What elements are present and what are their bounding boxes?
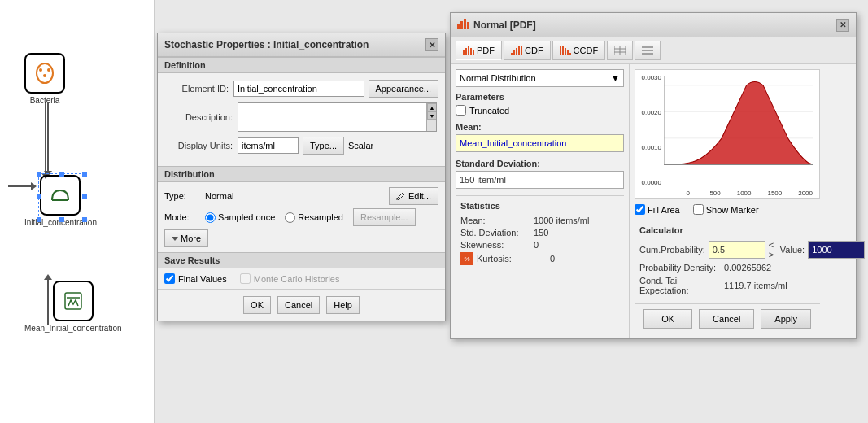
normal-title-bar: Normal [PDF] ✕ xyxy=(451,13,856,37)
monte-carlo-checkbox[interactable] xyxy=(240,273,251,284)
normal-title-icon xyxy=(457,18,470,32)
fill-area-checkbox[interactable] xyxy=(635,204,645,215)
cdf-tab[interactable]: CDF xyxy=(504,41,551,60)
sampled-once-radio[interactable]: Sampled once xyxy=(205,212,275,223)
save-results-header: Save Results xyxy=(158,252,445,268)
node-mean[interactable]: Mean_Initial_concentration xyxy=(24,281,122,333)
sampled-once-input[interactable] xyxy=(205,212,216,223)
fill-area-row: Fill Area Show Marker xyxy=(635,204,820,215)
arrow-symbol: <-> xyxy=(769,240,777,259)
show-marker-checkbox-label[interactable]: Show Marker xyxy=(693,204,759,215)
element-id-input[interactable] xyxy=(233,81,364,97)
truncated-label: Truncated xyxy=(469,106,509,116)
pdf-tab[interactable]: PDF xyxy=(456,41,502,60)
svg-rect-26 xyxy=(565,48,566,55)
node-initial[interactable]: Initial_concentration xyxy=(24,175,97,227)
pdf-icon xyxy=(463,46,474,55)
normal-close-btn[interactable]: ✕ xyxy=(836,19,849,32)
v-arrow xyxy=(47,102,49,173)
stochastic-title-bar: Stochastic Properties : Initial_concentr… xyxy=(158,33,445,57)
normal-btn-row: OK Cancel Apply xyxy=(635,303,820,334)
left-panel: Normal Distribution ▼ Parameters Truncat… xyxy=(451,64,630,338)
cum-prob-input[interactable] xyxy=(709,241,765,259)
ccdf-tab[interactable]: CCDF xyxy=(552,41,606,60)
cdf-icon xyxy=(511,46,522,55)
scroll-down-btn[interactable]: ▼ xyxy=(427,111,437,120)
value-input[interactable] xyxy=(808,241,865,259)
normal-cancel-btn[interactable]: Cancel xyxy=(699,309,754,329)
monte-carlo-checkbox-label[interactable]: Monte Carlo Histories xyxy=(240,273,340,284)
more-btn[interactable]: More xyxy=(164,229,208,247)
resampled-radio[interactable]: Resampled xyxy=(285,212,343,223)
show-marker-checkbox[interactable] xyxy=(693,204,704,215)
prob-density-value: 0.00265962 xyxy=(724,263,771,273)
cond-tail-label: Cond. Tail Expectation: xyxy=(639,276,721,295)
stochastic-help-btn[interactable]: Help xyxy=(326,296,360,314)
definition-header: Definition xyxy=(158,57,445,73)
svg-point-0 xyxy=(37,63,53,83)
distribution-dropdown[interactable]: Normal Distribution ▼ xyxy=(456,69,624,87)
description-row: Description: ▲ ▼ xyxy=(164,102,438,132)
type-btn[interactable]: Type... xyxy=(303,137,344,155)
appearance-btn[interactable]: Appearance... xyxy=(369,80,439,98)
stochastic-cancel-btn[interactable]: Cancel xyxy=(277,296,320,314)
svg-rect-11 xyxy=(460,21,463,29)
svg-rect-28 xyxy=(569,53,571,55)
distribution-content: Type: Normal Edit... Mode: Sampled once xyxy=(164,187,438,247)
scroll-up-btn[interactable]: ▲ xyxy=(427,103,437,111)
x-label-1500: 1500 xyxy=(756,190,782,197)
mean-param-label: Mean: xyxy=(456,122,624,132)
svg-rect-19 xyxy=(511,53,513,55)
display-units-input[interactable] xyxy=(238,137,299,154)
svg-rect-23 xyxy=(521,46,522,55)
svg-rect-12 xyxy=(464,19,466,29)
type-value: Normal xyxy=(205,191,233,201)
resample-btn[interactable]: Resample... xyxy=(353,208,416,226)
calculator-section: Calculator Cum.Probability: <-> Value: P… xyxy=(635,220,820,303)
y-label-0010: 0.0010 xyxy=(635,144,661,151)
edit-btn[interactable]: Edit... xyxy=(389,187,438,205)
stochastic-title: Stochastic Properties : Initial_concentr… xyxy=(164,39,369,50)
stochastic-close-btn[interactable]: ✕ xyxy=(425,38,438,51)
description-area[interactable]: ▲ ▼ xyxy=(238,102,437,132)
final-values-checkbox[interactable] xyxy=(164,273,175,284)
svg-rect-18 xyxy=(473,50,474,55)
type-row: Type: Normal Edit... xyxy=(164,187,438,205)
normal-ok-btn[interactable]: OK xyxy=(643,309,692,329)
mean-input[interactable] xyxy=(456,134,624,152)
x-label-2000: 2000 xyxy=(787,190,813,197)
stats-header: Statistics xyxy=(460,201,619,211)
save-results-content: Final Values Monte Carlo Histories xyxy=(164,273,438,284)
edit-icon xyxy=(396,191,406,201)
settings-tab[interactable] xyxy=(635,41,661,60)
display-units-label: Display Units: xyxy=(164,141,238,150)
mean-label: Mean_Initial_concentration xyxy=(24,324,122,333)
table-icon xyxy=(614,46,626,55)
truncated-checkbox[interactable] xyxy=(456,105,466,116)
more-triangle xyxy=(172,237,178,241)
std-stat-value: 150 xyxy=(534,228,548,238)
resampled-input[interactable] xyxy=(285,212,295,223)
cond-tail-row: Cond. Tail Expectation: 1119.7 items/ml xyxy=(639,276,815,295)
final-values-checkbox-label[interactable]: Final Values xyxy=(164,273,227,284)
y-label-0030: 0.0030 xyxy=(635,74,661,81)
mode-row: Mode: Sampled once Resampled Resample... xyxy=(164,208,438,226)
percent-icon: % xyxy=(460,252,473,265)
scalar-label: Scalar xyxy=(348,141,373,150)
chart-area: 0.0030 0.0020 0.0010 0.0000 xyxy=(630,64,825,338)
normal-apply-btn[interactable]: Apply xyxy=(761,309,811,329)
std-input[interactable] xyxy=(456,171,624,189)
stochastic-ok-btn[interactable]: OK xyxy=(243,296,271,314)
description-scrollbar[interactable]: ▲ ▼ xyxy=(426,103,436,131)
svg-rect-21 xyxy=(516,48,517,55)
prob-density-row: Probability Density: 0.00265962 xyxy=(639,263,815,273)
svg-rect-25 xyxy=(562,46,564,55)
skewness-stat-label: Skewness: xyxy=(460,240,534,250)
x-axis-labels: 0 500 1000 1500 2000 xyxy=(664,190,813,197)
node-bacteria[interactable]: Bacteria xyxy=(24,53,65,105)
svg-point-5 xyxy=(43,74,46,77)
table-tab[interactable] xyxy=(607,41,633,60)
arrow-down xyxy=(45,102,46,175)
fill-area-checkbox-label[interactable]: Fill Area xyxy=(635,204,680,215)
svg-rect-13 xyxy=(467,22,469,29)
